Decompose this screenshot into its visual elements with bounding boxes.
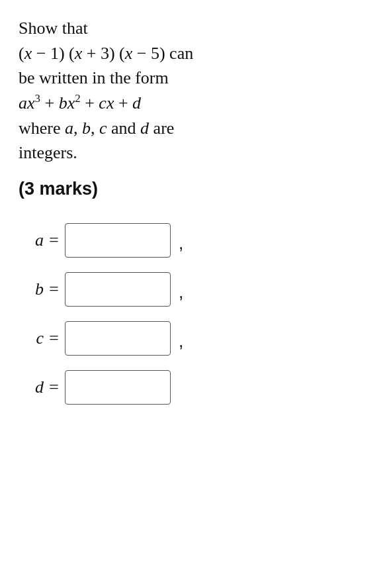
comma-c: , (179, 331, 183, 356)
input-d[interactable] (65, 370, 171, 405)
answer-section: a = , b = , c = , d = (19, 223, 372, 405)
input-c[interactable] (65, 321, 171, 356)
problem-line-1: Show that (19, 16, 372, 41)
problem-container: Show that (x − 1) (x + 3) (x − 5) can be… (19, 16, 372, 405)
problem-line-3: be written in the form (19, 66, 372, 91)
input-b[interactable] (65, 272, 171, 307)
label-d: d = (19, 377, 65, 397)
problem-statement: Show that (x − 1) (x + 3) (x − 5) can be… (19, 16, 372, 166)
marks-label: (3 marks) (19, 179, 372, 199)
answer-row-c: c = , (19, 321, 372, 356)
comma-a: , (179, 233, 183, 258)
label-a: a = (19, 230, 65, 250)
comma-b: , (179, 282, 183, 307)
input-a[interactable] (65, 223, 171, 258)
problem-line-6: integers. (19, 140, 372, 166)
label-c: c = (19, 328, 65, 348)
problem-line-4: ax3 + bx2 + cx + d (19, 91, 372, 116)
problem-line-5: where a, b, c and d are (19, 116, 372, 141)
label-b: b = (19, 279, 65, 299)
problem-line-2: (x − 1) (x + 3) (x − 5) can (19, 41, 372, 66)
answer-row-d: d = (19, 370, 372, 405)
answer-row-a: a = , (19, 223, 372, 258)
answer-row-b: b = , (19, 272, 372, 307)
